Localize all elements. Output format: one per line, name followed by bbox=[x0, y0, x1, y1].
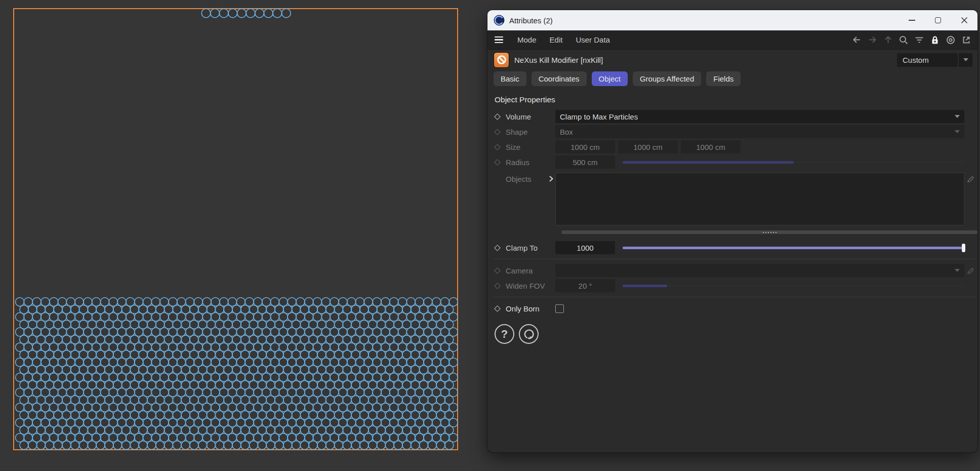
only-born-label: Only Born bbox=[506, 304, 555, 313]
size-z-input: 1000 cm bbox=[681, 140, 741, 153]
keyframe-diamond-icon bbox=[494, 283, 501, 289]
help-icon: ? bbox=[501, 328, 508, 341]
preset-dropdown-arrow[interactable] bbox=[959, 53, 972, 67]
menu-edit[interactable]: Edit bbox=[550, 35, 563, 44]
widen-fov-label: Widen FOV bbox=[506, 282, 555, 290]
property-row-size: Size 1000 cm 1000 cm 1000 cm bbox=[494, 139, 977, 154]
menu-user-data[interactable]: User Data bbox=[576, 35, 610, 44]
keyframe-diamond-icon[interactable] bbox=[494, 305, 501, 312]
property-row-volume: Volume Clamp to Max Particles bbox=[494, 109, 977, 124]
minimize-icon bbox=[909, 20, 915, 21]
clamp-to-slider[interactable] bbox=[623, 247, 964, 249]
objects-label: Objects bbox=[506, 175, 532, 183]
volume-value: Clamp to Max Particles bbox=[560, 112, 638, 121]
up-arrow-icon[interactable] bbox=[882, 34, 894, 46]
tab-groups-affected[interactable]: Groups Affected bbox=[633, 71, 701, 86]
volume-label: Volume bbox=[506, 112, 555, 121]
chevron-down-icon bbox=[955, 269, 960, 272]
menubar: Mode Edit User Data bbox=[487, 30, 977, 50]
back-arrow-icon[interactable] bbox=[850, 34, 863, 46]
desktop: Attributes (2) Mode Edit User Data bbox=[0, 0, 980, 471]
reset-circular-arrow-icon bbox=[523, 328, 535, 340]
window-controls bbox=[899, 10, 977, 30]
tab-object[interactable]: Object bbox=[592, 71, 628, 86]
eyedropper-icon bbox=[967, 266, 975, 274]
clamp-to-label: Clamp To bbox=[506, 244, 555, 252]
close-icon bbox=[961, 17, 968, 24]
property-row-only-born: Only Born bbox=[494, 301, 977, 316]
property-row-camera: Camera bbox=[494, 263, 977, 278]
property-row-clamp-to: Clamp To 1000 bbox=[494, 240, 977, 255]
divider bbox=[494, 259, 975, 259]
record-target-icon[interactable] bbox=[945, 34, 957, 46]
eyedropper-icon[interactable] bbox=[967, 175, 975, 183]
keyframe-diamond-icon[interactable] bbox=[494, 245, 501, 251]
widen-fov-input: 20 ° bbox=[555, 279, 615, 292]
menu-mode[interactable]: Mode bbox=[517, 35, 537, 44]
maximize-icon bbox=[935, 17, 941, 23]
radius-slider bbox=[623, 161, 964, 164]
preset-value: Custom bbox=[903, 56, 929, 64]
footer-buttons: ? bbox=[494, 324, 977, 344]
expand-chevron-icon[interactable] bbox=[549, 175, 553, 182]
property-row-shape: Shape Box bbox=[494, 124, 977, 139]
drag-dots-icon bbox=[763, 232, 764, 233]
object-properties-panel: Object Properties Volume Clamp to Max Pa… bbox=[487, 91, 977, 452]
minimize-button[interactable] bbox=[899, 10, 925, 30]
camera-label: Camera bbox=[506, 266, 555, 275]
forward-arrow-icon[interactable] bbox=[866, 34, 878, 46]
chevron-down-icon bbox=[955, 130, 960, 133]
cinema4d-logo-icon bbox=[494, 15, 505, 26]
tab-bar: Basic Coordinates Object Groups Affected… bbox=[487, 70, 977, 91]
help-button[interactable]: ? bbox=[495, 324, 514, 344]
clamp-to-input[interactable]: 1000 bbox=[555, 241, 615, 254]
radius-label: Radius bbox=[506, 158, 555, 167]
slider-handle[interactable] bbox=[962, 244, 965, 252]
section-title: Object Properties bbox=[494, 93, 977, 109]
only-born-checkbox[interactable] bbox=[555, 304, 564, 313]
reset-button[interactable] bbox=[519, 324, 539, 344]
tab-fields[interactable]: Fields bbox=[706, 71, 741, 86]
object-name: NeXus Kill Modifier [nxKill] bbox=[514, 56, 603, 64]
shape-dropdown: Box bbox=[555, 125, 964, 138]
widen-fov-slider bbox=[623, 285, 964, 287]
volume-dropdown[interactable]: Clamp to Max Particles bbox=[555, 110, 964, 123]
property-row-radius: Radius 500 cm bbox=[494, 154, 977, 170]
menubar-icons bbox=[850, 34, 972, 46]
size-x-input: 1000 cm bbox=[555, 140, 615, 153]
tab-coordinates[interactable]: Coordinates bbox=[532, 71, 587, 86]
object-header: NeXus Kill Modifier [nxKill] Custom bbox=[487, 50, 977, 70]
objects-list-box[interactable] bbox=[555, 173, 964, 225]
search-icon[interactable] bbox=[897, 34, 910, 46]
chevron-down-icon bbox=[955, 115, 960, 118]
property-row-objects: Objects bbox=[494, 173, 977, 225]
tab-basic[interactable]: Basic bbox=[494, 71, 526, 86]
keyframe-diamond-icon bbox=[494, 129, 501, 135]
property-row-widen-fov: Widen FOV 20 ° bbox=[494, 278, 977, 293]
nexus-kill-modifier-icon bbox=[494, 52, 509, 68]
list-resize-handle[interactable] bbox=[561, 230, 977, 234]
preset-dropdown[interactable]: Custom bbox=[897, 53, 958, 67]
attributes-window: Attributes (2) Mode Edit User Data bbox=[487, 10, 977, 452]
window-titlebar[interactable]: Attributes (2) bbox=[487, 10, 977, 30]
shape-value: Box bbox=[560, 128, 573, 136]
close-button[interactable] bbox=[951, 10, 977, 30]
keyframe-diamond-icon bbox=[494, 267, 501, 274]
window-title: Attributes (2) bbox=[509, 16, 553, 25]
filter-icon[interactable] bbox=[913, 34, 925, 46]
pop-out-icon[interactable] bbox=[960, 34, 972, 46]
size-y-input: 1000 cm bbox=[618, 140, 678, 153]
size-label: Size bbox=[506, 143, 555, 151]
maximize-button[interactable] bbox=[925, 10, 951, 30]
radius-input: 500 cm bbox=[555, 155, 615, 169]
shape-label: Shape bbox=[506, 128, 555, 136]
keyframe-diamond-icon[interactable] bbox=[494, 113, 501, 120]
chevron-down-icon bbox=[963, 58, 968, 61]
keyframe-diamond-icon bbox=[494, 144, 501, 150]
lock-icon[interactable] bbox=[929, 34, 941, 46]
divider bbox=[494, 297, 975, 297]
camera-link-field bbox=[555, 264, 964, 277]
hamburger-menu-icon[interactable] bbox=[494, 34, 504, 46]
preset-selector: Custom bbox=[897, 53, 972, 67]
keyframe-diamond-icon bbox=[494, 159, 501, 166]
